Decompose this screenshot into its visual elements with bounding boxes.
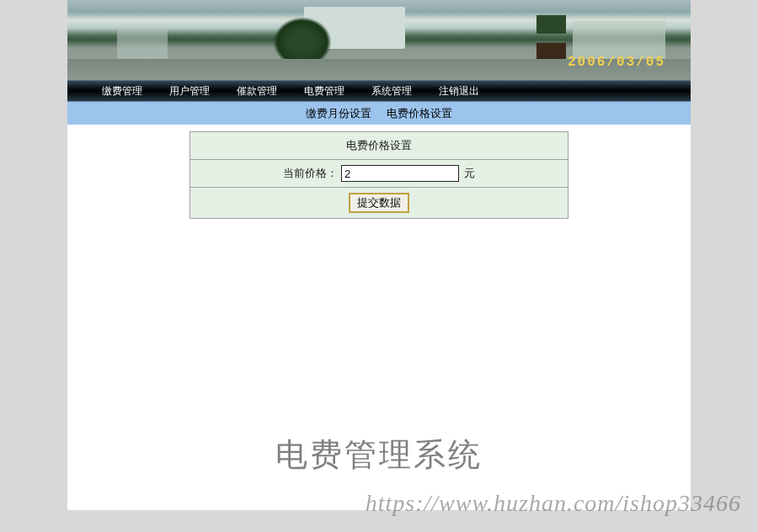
nav-electricity-mgmt[interactable]: 电费管理 xyxy=(291,81,358,101)
nav-logout[interactable]: 注销退出 xyxy=(425,81,493,101)
submit-button[interactable]: 提交数据 xyxy=(349,193,409,213)
sub-navbar: 缴费月份设置 电费价格设置 xyxy=(67,102,691,125)
main-navbar: 缴费管理 用户管理 催款管理 电费管理 系统管理 注销退出 xyxy=(67,80,691,102)
banner-image: 2006/03/05 xyxy=(67,0,691,80)
subnav-month-setting[interactable]: 缴费月份设置 xyxy=(306,106,371,121)
price-row: 当前价格： 元 xyxy=(190,160,568,188)
banner-decoration xyxy=(573,21,665,59)
price-input[interactable] xyxy=(341,165,459,182)
nav-user-mgmt[interactable]: 用户管理 xyxy=(156,81,223,101)
nav-system-mgmt[interactable]: 系统管理 xyxy=(358,81,425,101)
banner-date-stamp: 2006/03/05 xyxy=(568,55,665,70)
price-label: 当前价格： xyxy=(283,166,338,181)
footer: 电费管理系统 xyxy=(67,412,691,510)
nav-payment-mgmt[interactable]: 缴费管理 xyxy=(88,81,156,101)
subnav-price-setting[interactable]: 电费价格设置 xyxy=(387,106,452,121)
form-title: 电费价格设置 xyxy=(190,132,568,160)
banner-decoration xyxy=(536,15,566,61)
nav-reminder-mgmt[interactable]: 催款管理 xyxy=(223,81,291,101)
price-unit: 元 xyxy=(464,166,475,181)
content-area: 电费价格设置 当前价格： 元 提交数据 xyxy=(67,125,691,412)
submit-row: 提交数据 xyxy=(190,188,568,219)
price-form-table: 电费价格设置 当前价格： 元 提交数据 xyxy=(190,131,568,219)
system-title: 电费管理系统 xyxy=(67,434,691,476)
